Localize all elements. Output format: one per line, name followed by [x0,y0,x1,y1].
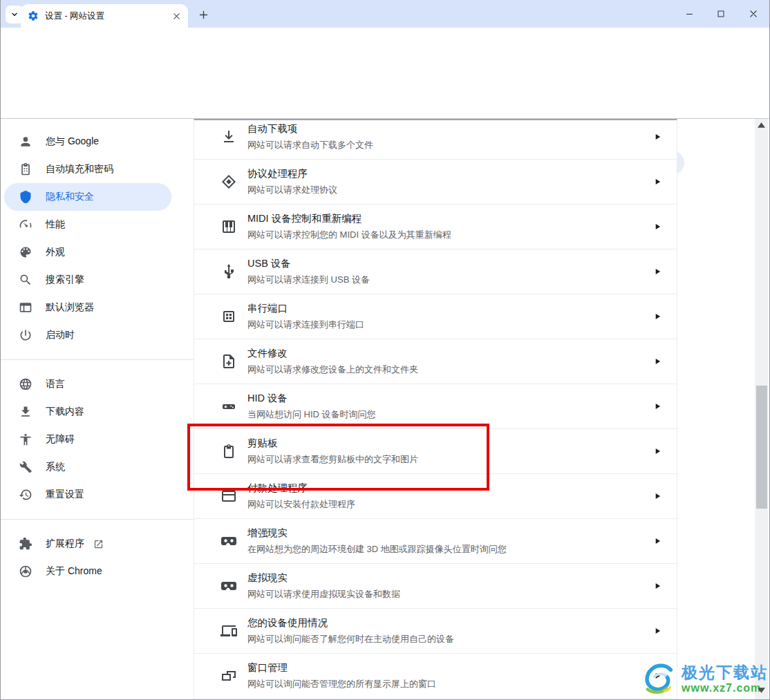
payment-icon [220,488,237,504]
setting-row-device-use[interactable]: 您的设备使用情况 网站可以询问能否了解您何时在主动使用自己的设备 [194,609,677,654]
sidebar-item-you-and-google[interactable]: 您与 Google [0,128,171,155]
usb-icon [220,263,237,280]
autofill-icon [19,162,32,176]
watermark: 极光下载站 www.xz7.com [639,659,768,699]
setting-row-file-editing[interactable]: 文件修改 网站可以请求修改您设备上的文件和文件夹 [194,339,677,384]
scrollbar-thumb[interactable] [756,386,767,509]
sidebar-divider [0,519,194,520]
sidebar-item-reset-settings[interactable]: 重置设置 [0,481,171,509]
browser-icon [19,301,32,314]
sidebar-item-about-chrome[interactable]: 关于 Chrome [0,558,171,585]
setting-row-title: 协议处理程序 [247,167,337,180]
browser-toolbar: Chrome chrome://settings/content [0,28,770,59]
chrome-icon [19,565,32,578]
devices-icon [220,623,237,639]
setting-row-payment-handlers[interactable]: 付款处理程序 网站可以安装付款处理程序 [194,474,677,519]
chevron-right-icon [652,581,662,591]
sidebar-item-autofill-passwords[interactable]: 自动填充和密码 [0,155,171,183]
setting-row-serial-ports[interactable]: 串行端口 网站可以请求连接到串行端口 [194,294,677,339]
setting-row-hid-devices[interactable]: HID 设备 当网站想访问 HID 设备时询问您 [194,384,677,429]
vr-goggles-icon [220,578,237,594]
sidebar-item-extensions[interactable]: 扩展程序 [0,530,171,558]
scroll-up-icon[interactable] [758,122,765,128]
setting-row-protocol-handlers[interactable]: 协议处理程序 网站可以请求处理协议 [194,160,677,205]
sidebar-item-privacy-security[interactable]: 隐私和安全 [4,183,171,211]
payment-icon [220,488,237,504]
sidebar-item-on-startup[interactable]: 启动时 [0,321,171,349]
setting-row-title: MIDI 设备控制和重新编程 [247,212,451,225]
window-maximize-button[interactable] [705,0,737,28]
speedometer-icon [19,218,32,231]
sidebar-item-system[interactable]: 系统 [0,453,171,481]
new-tab-button[interactable] [195,6,212,23]
setting-row-title: 窗口管理 [247,661,436,674]
person-icon [19,135,32,149]
sidebar-item-search-engine[interactable]: 搜索引擎 [0,266,171,294]
windows-icon [220,668,237,684]
sidebar-item-accessibility[interactable]: 无障碍 [0,426,171,453]
sidebar-item-label: 扩展程序 [46,538,84,550]
setting-row-auto-downloads[interactable]: 自动下载项 网站可以请求自动下载多个文件 [194,119,677,160]
window-minimize-button[interactable] [673,0,705,28]
active-tab[interactable]: 设置 - 网站设置 [21,4,188,28]
setting-row-augmented-reality[interactable]: 增强现实 在网站想为您的周边环境创建 3D 地图或跟踪摄像头位置时询问您 [194,519,677,564]
close-icon [749,9,758,19]
chevron-right-icon [652,357,662,366]
maximize-icon [717,10,725,18]
hid-icon [220,398,237,415]
watermark-site-url: www.xz7.com [682,682,768,694]
sidebar-item-label: 语言 [46,378,65,390]
scrollbar-track[interactable] [755,119,768,700]
setting-row-description: 网站可以询问能否管理您的所有显示屏上的窗口 [247,678,436,690]
watermark-logo-icon [639,659,680,699]
setting-row-description: 网站可以请求自动下载多个文件 [247,139,373,151]
shield-icon [19,190,32,204]
chevron-right-icon [652,536,662,546]
devices-icon [220,623,237,639]
sidebar-item-label: 搜索引擎 [46,274,84,286]
plus-icon [198,10,209,20]
tab-close-button[interactable] [170,10,182,22]
tab-strip: 设置 - 网站设置 [0,0,770,28]
setting-row-title: 自动下载项 [247,122,373,135]
setting-row-title: USB 设备 [247,257,370,270]
setting-row-description: 网站可以请求控制您的 MIDI 设备以及为其重新编程 [247,229,451,241]
sidebar-item-languages[interactable]: 语言 [0,370,171,398]
chevron-right-icon [652,177,662,187]
protocol-handler-icon [220,173,237,190]
browser-window: 设置 - 网站设置 Chrome chrome://settings/co [0,0,770,700]
setting-row-title: HID 设备 [247,392,376,405]
setting-row-description: 网站可以请求修改您设备上的文件和文件夹 [247,363,418,376]
reset-icon [19,488,32,502]
chevron-right-icon [652,222,662,231]
sidebar-item-appearance[interactable]: 外观 [0,238,171,266]
setting-row-virtual-reality[interactable]: 虚拟现实 网站可以请求使用虚拟现实设备和数据 [194,564,677,609]
setting-row-description: 网站可以请求查看您剪贴板中的文字和图片 [247,453,418,466]
shield-icon [19,190,32,204]
setting-row-midi-devices[interactable]: MIDI 设备控制和重新编程 网站可以请求控制您的 MIDI 设备以及为其重新编… [194,205,677,249]
sidebar-item-default-browser[interactable]: 默认浏览器 [0,294,171,321]
clipboard-icon [220,443,237,460]
sidebar-item-performance[interactable]: 性能 [0,211,171,238]
palette-icon [19,245,32,259]
scroll-down-icon[interactable] [758,688,765,693]
sidebar-item-label: 您与 Google [46,135,99,148]
setting-row-window-management[interactable]: 窗口管理 网站可以询问能否管理您的所有显示屏上的窗口 [194,654,677,699]
external-link-icon [93,539,104,549]
sidebar-item-downloads[interactable]: 下载内容 [0,398,171,426]
sidebar-item-label: 无障碍 [46,433,75,446]
setting-row-clipboard[interactable]: 剪贴板 网站可以请求查看您剪贴板中的文字和图片 [194,429,677,474]
setting-row-usb-devices[interactable]: USB 设备 网站可以请求连接到 USB 设备 [194,249,677,294]
chevron-right-icon [652,446,662,456]
clipboard-icon [220,443,237,460]
globe-icon [19,377,32,391]
usb-icon [220,263,237,280]
window-close-button[interactable] [737,0,769,28]
setting-row-title: 您的设备使用情况 [247,616,454,630]
sidebar-item-label: 外观 [46,246,65,258]
setting-row-description: 网站可以询问能否了解您何时在主动使用自己的设备 [247,633,454,645]
settings-header: 设置 在设置中搜索 [0,59,770,118]
setting-row-title: 串行端口 [247,302,364,315]
sidebar-item-label: 默认浏览器 [46,301,94,314]
speedometer-icon [19,218,32,231]
